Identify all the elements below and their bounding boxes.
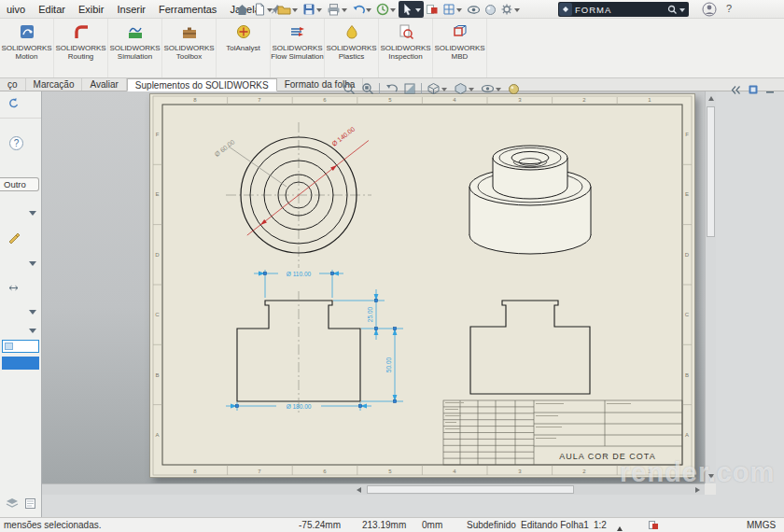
units-indicator[interactable]: MMGS [747, 520, 776, 530]
menu-arquivo[interactable]: uivo [0, 1, 32, 18]
dim-base-height-label[interactable]: 50.00 [385, 357, 392, 372]
search-scope-icon[interactable] [559, 3, 572, 16]
search-icon[interactable] [667, 5, 678, 15]
save-button[interactable] [301, 1, 325, 18]
chevron-down-icon[interactable] [316, 8, 322, 15]
addin-solidworks-mbd[interactable]: SOLIDWORKSMBD [433, 19, 487, 77]
chevron-down-icon[interactable] [441, 88, 447, 94]
vertical-scroll-thumb[interactable] [707, 106, 715, 237]
minimize-pane-icon[interactable] [765, 85, 775, 94]
display-style-icon[interactable] [451, 82, 478, 95]
simulation-icon [108, 23, 161, 42]
select-tool-button[interactable] [399, 1, 424, 18]
chevron-down-icon[interactable] [514, 8, 520, 15]
menu-editar[interactable]: Editar [32, 1, 72, 18]
chevron-down-icon[interactable] [29, 261, 36, 270]
chevron-down-icon[interactable] [366, 8, 371, 15]
sketch-grid-button[interactable] [441, 1, 465, 18]
tab-esboco[interactable]: ço [0, 78, 26, 91]
sheet-scale[interactable]: 1:2 [594, 520, 607, 530]
combo-highlighted-item[interactable] [2, 357, 39, 370]
task-pane-home-icon[interactable] [748, 84, 759, 95]
addin-solidworks-simulation[interactable]: SOLIDWORKSSimulation [108, 19, 162, 77]
collapse-pane-icon[interactable] [731, 85, 741, 95]
pm-tab-outro[interactable]: Outro [0, 177, 39, 191]
task-pane-strip [716, 91, 784, 517]
edrawings-button[interactable] [424, 1, 441, 18]
addin-solidworks-toolbox[interactable]: SOLIDWORKSToolbox [162, 19, 217, 77]
menu-bar: uivo Editar Exibir Inserir Ferramentas J… [0, 0, 784, 19]
section-view-icon[interactable] [400, 82, 419, 95]
chevron-down-icon[interactable] [29, 310, 36, 318]
ribbon-addins: SOLIDWORKSMotion SOLIDWORKSRouting SOLID… [0, 19, 784, 78]
dim-dia110-label[interactable]: Ø 110.00 [287, 271, 312, 277]
chevron-down-icon[interactable] [292, 8, 298, 15]
print-button[interactable] [325, 1, 350, 18]
chevron-down-icon[interactable] [456, 8, 462, 15]
visibility-button[interactable] [465, 1, 483, 18]
edit-appearance-icon[interactable] [505, 83, 523, 95]
chevron-down-icon[interactable] [415, 8, 421, 15]
user-avatar[interactable] [702, 2, 717, 17]
sheet-paper[interactable] [150, 94, 695, 478]
tab-marcacao[interactable]: Marcação [26, 78, 83, 91]
home-button[interactable] [233, 1, 251, 18]
scroll-down-button[interactable] [706, 472, 717, 483]
addin-solidworks-motion[interactable]: SOLIDWORKSMotion [0, 19, 54, 77]
new-document-button[interactable] [251, 1, 275, 18]
scroll-up-button[interactable] [706, 91, 717, 103]
sheet-icon[interactable] [24, 497, 36, 510]
editing-sheet-label: Editando Folha1 [521, 520, 589, 530]
divider [0, 118, 41, 119]
options-button[interactable] [498, 1, 523, 18]
menu-exibir[interactable]: Exibir [72, 1, 111, 18]
chevron-down-icon[interactable] [29, 329, 36, 337]
dim-boss-height-label[interactable]: 25.00 [367, 306, 373, 322]
chevron-down-icon[interactable] [679, 8, 685, 15]
tolerance-icon[interactable] [7, 282, 20, 294]
refresh-icon[interactable] [7, 97, 20, 109]
addin-solidworks-routing[interactable]: SOLIDWORKSRouting [54, 19, 108, 77]
previous-view-icon[interactable] [382, 82, 400, 95]
scale-dropdown-caret[interactable] [617, 524, 623, 531]
addin-solidworks-flow-simulation[interactable]: SOLIDWORKSFlow Simulation [271, 19, 325, 77]
zoom-fit-icon[interactable] [340, 82, 358, 95]
menu-ferramentas[interactable]: Ferramentas [152, 1, 223, 18]
hide-show-items-icon[interactable] [478, 83, 505, 94]
vertical-scrollbar[interactable] [705, 91, 716, 483]
status-message: mensões selecionadas. [4, 520, 102, 530]
chevron-down-icon[interactable] [342, 8, 347, 15]
tab-avaliar[interactable]: Avaliar [82, 78, 126, 91]
chevron-down-icon[interactable] [496, 88, 501, 94]
rebuild-button[interactable] [374, 1, 399, 18]
help-icon[interactable]: ? [726, 3, 732, 14]
help-circle-icon[interactable]: ? [9, 136, 23, 150]
constraint-state: Subdefinido [467, 520, 516, 530]
addin-solidworks-plastics[interactable]: SOLIDWORKSPlastics [325, 19, 379, 77]
menu-inserir[interactable]: Inserir [110, 1, 152, 18]
chevron-down-icon[interactable] [390, 8, 396, 15]
horizontal-scrollbar[interactable] [42, 483, 705, 495]
chevron-down-icon[interactable] [29, 211, 36, 219]
dimension-color-combo[interactable] [2, 340, 39, 353]
chevron-down-icon[interactable] [267, 8, 273, 15]
addin-tolanalyst[interactable]: TolAnalyst [217, 19, 271, 77]
chevron-down-icon[interactable] [469, 88, 474, 94]
tab-suplementos[interactable]: Suplementos do SOLIDWORKS [127, 78, 277, 91]
svg-text:B: B [685, 372, 689, 378]
open-button[interactable] [275, 1, 301, 18]
layer-icon[interactable] [6, 497, 19, 510]
command-search[interactable]: FORMA [558, 2, 689, 17]
undo-button[interactable] [350, 1, 374, 18]
appearance-button[interactable] [483, 1, 498, 18]
style-icon[interactable] [7, 231, 20, 244]
zoom-area-icon[interactable] [358, 82, 377, 95]
drawing-sheet[interactable]: 87 65 43 21 87 65 43 21 FE DC BA FE DC B… [149, 93, 695, 478]
status-doc-icon[interactable] [649, 521, 659, 530]
dim-dia180-label[interactable]: Ø 180.00 [287, 403, 312, 410]
search-input[interactable]: FORMA [575, 5, 667, 15]
addin-solidworks-inspection[interactable]: SOLIDWORKSInspection [379, 19, 433, 77]
view-orientation-icon[interactable] [424, 82, 451, 95]
horizontal-scroll-thumb[interactable] [367, 485, 574, 494]
drawing-viewport[interactable]: 87 65 43 21 87 65 43 21 FE DC BA FE DC B… [42, 91, 705, 483]
